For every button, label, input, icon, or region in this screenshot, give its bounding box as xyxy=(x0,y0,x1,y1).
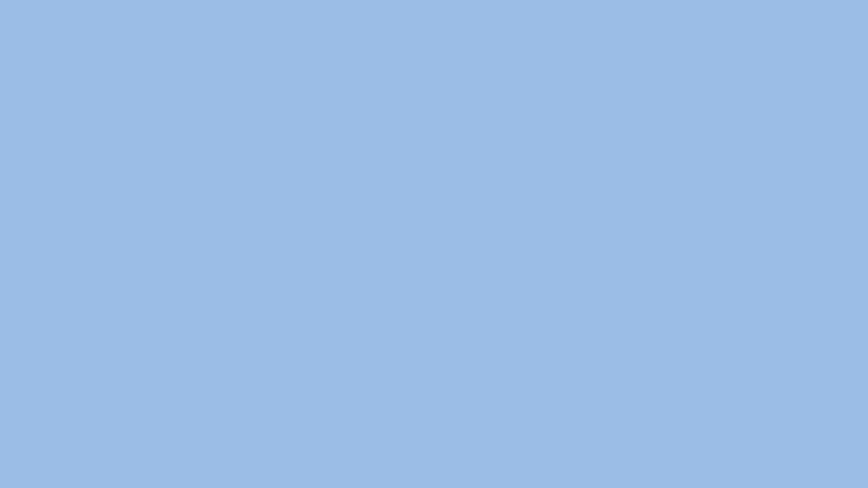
topology-diagram xyxy=(0,0,868,488)
diagram-stage xyxy=(0,0,868,488)
